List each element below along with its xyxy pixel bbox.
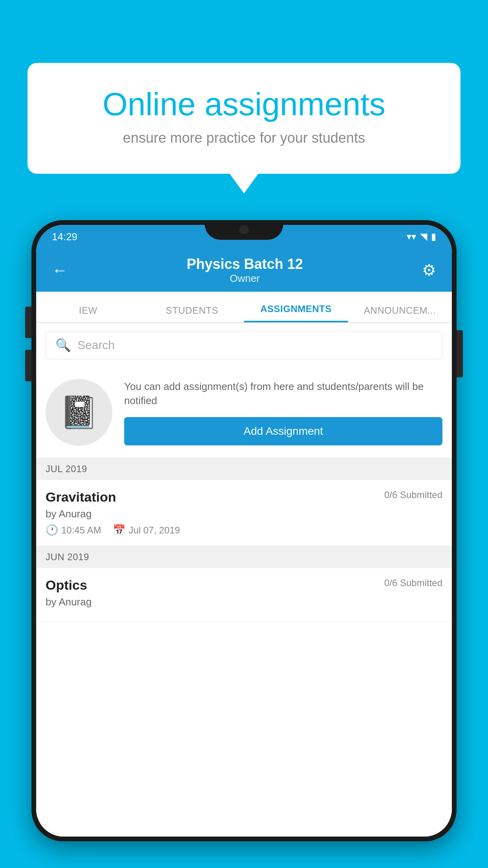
promo-text-block: You can add assignment(s) from here and …: [124, 379, 442, 446]
power-button: [457, 330, 463, 377]
bubble-subtitle: ensure more practice for your students: [55, 130, 433, 146]
phone-outer: 14:29 ▾▾ ◥ ▮ ← Physics Batch 12 Owner ⚙ …: [31, 220, 457, 841]
assignment-item-optics[interactable]: Optics 0/6 Submitted by Anurag: [36, 568, 452, 622]
search-icon: 🔍: [55, 338, 71, 353]
app-header: ← Physics Batch 12 Owner ⚙: [36, 248, 452, 292]
volume-down-button: [25, 350, 31, 381]
tab-students[interactable]: STUDENTS: [140, 305, 244, 322]
meta-time: 🕐 10:45 AM: [46, 524, 101, 536]
promo-section: 📓 You can add assignment(s) from here an…: [36, 367, 452, 458]
add-assignment-button[interactable]: Add Assignment: [124, 417, 442, 445]
tab-assignments[interactable]: ASSIGNMENTS: [244, 303, 348, 322]
search-placeholder: Search: [77, 338, 115, 352]
wifi-icon: ▾▾: [407, 231, 416, 242]
month-header-jun: JUN 2019: [36, 546, 452, 568]
phone-screen: 14:29 ▾▾ ◥ ▮ ← Physics Batch 12 Owner ⚙ …: [36, 225, 452, 837]
bubble-title: Online assignments: [55, 86, 433, 122]
promo-icon-circle: 📓: [46, 379, 112, 446]
assignment-title-optics: Optics: [46, 577, 87, 593]
promo-description: You can add assignment(s) from here and …: [124, 379, 442, 408]
assignment-item-gravitation[interactable]: Gravitation 0/6 Submitted by Anurag 🕐 10…: [36, 480, 452, 546]
tabs-bar: IEW STUDENTS ASSIGNMENTS ANNOUNCEM...: [36, 292, 452, 323]
notebook-icon: 📓: [59, 394, 99, 431]
assignment-date: Jul 07, 2019: [128, 525, 180, 536]
assignment-time: 10:45 AM: [61, 525, 101, 536]
assignment-title: Gravitation: [46, 489, 116, 505]
battery-icon: ▮: [431, 231, 436, 242]
month-header-jul: JUL 2019: [36, 458, 452, 480]
assignment-author: by Anurag: [46, 508, 442, 520]
header-title-block: Physics Batch 12 Owner: [187, 256, 303, 285]
back-button[interactable]: ←: [52, 261, 68, 279]
phone-notch: [205, 220, 283, 240]
search-bar: 🔍 Search: [36, 323, 452, 367]
volume-up-button: [25, 307, 31, 338]
speech-bubble-container: Online assignments ensure more practice …: [28, 63, 460, 174]
content-area: 🔍 Search 📓 You can add assignment(s) fro…: [36, 323, 452, 837]
clock-icon: 🕐: [46, 524, 58, 536]
assignment-submitted-optics: 0/6 Submitted: [384, 577, 442, 588]
signal-icon: ◥: [420, 231, 427, 242]
settings-icon[interactable]: ⚙: [422, 261, 436, 279]
meta-date: 📅 Jul 07, 2019: [113, 524, 180, 536]
speech-bubble: Online assignments ensure more practice …: [28, 63, 460, 174]
assignment-top-optics: Optics 0/6 Submitted: [46, 577, 442, 593]
assignment-meta: 🕐 10:45 AM 📅 Jul 07, 2019: [46, 524, 442, 536]
assignment-author-optics: by Anurag: [46, 596, 442, 608]
tab-announcements[interactable]: ANNOUNCEM...: [348, 305, 452, 322]
status-time: 14:29: [52, 231, 77, 243]
front-camera: [239, 225, 249, 234]
search-input-container[interactable]: 🔍 Search: [46, 331, 442, 359]
status-icons: ▾▾ ◥ ▮: [407, 231, 436, 242]
assignment-top: Gravitation 0/6 Submitted: [46, 489, 442, 505]
header-title: Physics Batch 12: [187, 256, 303, 272]
tab-iew[interactable]: IEW: [36, 305, 140, 322]
assignment-submitted: 0/6 Submitted: [384, 489, 442, 500]
phone-container: 14:29 ▾▾ ◥ ▮ ← Physics Batch 12 Owner ⚙ …: [31, 220, 457, 868]
header-subtitle: Owner: [187, 272, 303, 285]
calendar-icon: 📅: [113, 524, 125, 536]
